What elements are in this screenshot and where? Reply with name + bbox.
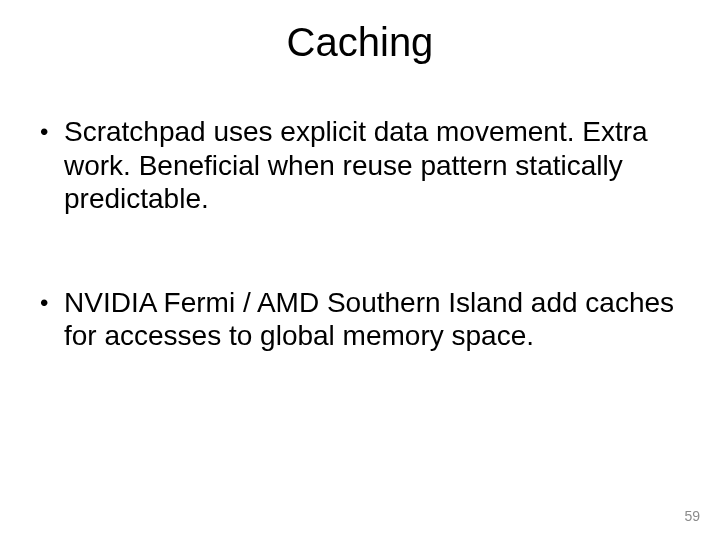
bullet-item: Scratchpad uses explicit data movement. … <box>36 115 684 216</box>
page-number: 59 <box>684 508 700 524</box>
slide: Caching Scratchpad uses explicit data mo… <box>0 0 720 540</box>
bullet-list: Scratchpad uses explicit data movement. … <box>36 115 684 353</box>
slide-title: Caching <box>0 20 720 65</box>
slide-body: Scratchpad uses explicit data movement. … <box>36 115 684 423</box>
bullet-item: NVIDIA Fermi / AMD Southern Island add c… <box>36 286 684 353</box>
